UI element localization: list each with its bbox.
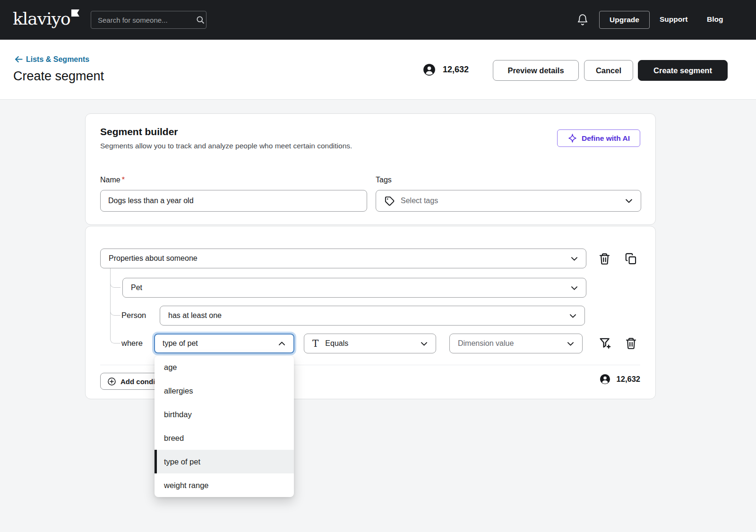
breadcrumb-label: Lists & Segments xyxy=(26,55,89,64)
dropdown-option-breed[interactable]: breed xyxy=(155,426,294,450)
tags-placeholder: Select tags xyxy=(401,197,619,205)
upgrade-button[interactable]: Upgrade xyxy=(599,11,650,29)
person-label: Person xyxy=(121,311,146,320)
support-link[interactable]: Support xyxy=(660,15,687,24)
segment-builder-subtitle: Segments allow you to track and analyze … xyxy=(100,142,352,150)
quantifier-select[interactable]: has at least one xyxy=(160,306,585,326)
search-icon[interactable] xyxy=(196,15,205,25)
condition-category-select[interactable]: Properties about someone xyxy=(100,249,586,268)
required-mark: * xyxy=(122,176,125,184)
filter-plus-icon[interactable] xyxy=(598,336,612,350)
profile-count: 12,632 xyxy=(423,63,469,76)
copy-icon[interactable] xyxy=(624,251,638,266)
segment-name-input[interactable] xyxy=(100,190,367,212)
page-header: Lists & Segments Create segment 12,632 P… xyxy=(0,40,756,100)
chevron-down-icon xyxy=(420,339,429,348)
page-title: Create segment xyxy=(13,69,104,84)
dimension-select[interactable]: type of pet xyxy=(154,334,294,353)
trash-icon[interactable] xyxy=(597,251,611,266)
profile-count-icon xyxy=(600,374,610,385)
top-navbar: klaviyo Upgrade Support Blog xyxy=(0,0,756,40)
dropdown-option-age[interactable]: age xyxy=(155,356,294,379)
chevron-down-icon xyxy=(566,339,575,348)
blog-link[interactable]: Blog xyxy=(707,15,723,24)
cancel-button[interactable]: Cancel xyxy=(584,60,633,81)
chevron-up-icon xyxy=(277,339,286,348)
operator-select[interactable]: T Equals xyxy=(304,334,436,353)
breadcrumb[interactable]: Lists & Segments xyxy=(14,55,89,64)
segment-builder-card: Segment builder Segments allow you to tr… xyxy=(85,113,656,225)
global-search xyxy=(91,11,206,29)
chevron-down-icon xyxy=(568,311,577,320)
chevron-down-icon xyxy=(570,254,579,263)
segment-builder-title: Segment builder xyxy=(100,126,178,137)
text-type-icon: T xyxy=(312,338,318,349)
tag-icon xyxy=(384,196,395,206)
define-with-ai-button[interactable]: Define with AI xyxy=(557,129,640,147)
dimension-value-select[interactable]: Dimension value xyxy=(449,334,583,353)
dropdown-option-weight-range[interactable]: weight range xyxy=(155,473,294,497)
profile-count-icon xyxy=(423,63,436,76)
dropdown-option-type-of-pet[interactable]: type of pet xyxy=(155,450,294,473)
klaviyo-logo[interactable]: klaviyo xyxy=(13,9,79,29)
bell-icon[interactable] xyxy=(576,14,589,26)
tags-select[interactable]: Select tags xyxy=(376,190,641,212)
condition-count-value: 12,632 xyxy=(617,375,640,384)
tags-label: Tags xyxy=(376,176,392,184)
condition-property-select[interactable]: Pet xyxy=(122,278,586,298)
dropdown-option-allergies[interactable]: allergies xyxy=(155,379,294,403)
dimension-dropdown: age allergies birthday breed type of pet… xyxy=(155,356,294,497)
tree-connector xyxy=(110,268,120,343)
create-segment-button[interactable]: Create segment xyxy=(638,60,728,81)
plus-circle-icon xyxy=(107,377,116,386)
search-input[interactable] xyxy=(91,16,196,24)
define-with-ai-label: Define with AI xyxy=(582,134,630,143)
brand-flag-icon xyxy=(71,9,79,17)
brand-wordmark: klaviyo xyxy=(13,9,70,29)
sparkle-icon xyxy=(567,133,577,143)
dropdown-option-birthday[interactable]: birthday xyxy=(155,403,294,427)
condition-profile-count: 12,632 xyxy=(600,374,640,385)
chevron-down-icon xyxy=(570,283,579,292)
where-label: where xyxy=(121,339,143,348)
back-arrow-icon xyxy=(14,55,23,64)
chevron-down-icon xyxy=(624,196,634,206)
name-label: Name* xyxy=(100,176,125,184)
preview-details-button[interactable]: Preview details xyxy=(493,60,579,81)
trash-icon[interactable] xyxy=(624,336,638,350)
profile-count-value: 12,632 xyxy=(443,65,469,75)
